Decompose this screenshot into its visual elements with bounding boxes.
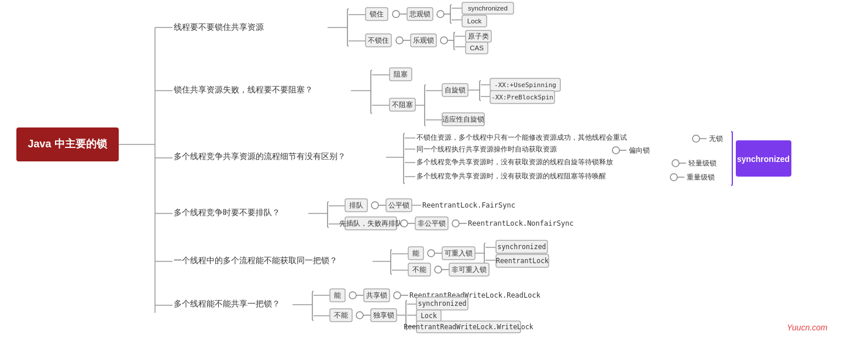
t2-shixing-text: 适应性自旋锁 [442, 115, 484, 123]
t4-brace [328, 202, 329, 227]
t4-gongping-box [386, 199, 412, 212]
t6-dxs-text: 独享锁 [373, 311, 394, 319]
t5-neng-text: 能 [412, 249, 419, 257]
t1-suoka-box [366, 8, 388, 20]
t6-gxs-box [364, 289, 390, 302]
t6-dxs-circle [356, 312, 363, 319]
t1-cas-text: CAS [470, 44, 484, 51]
t1-beiguan-box [407, 8, 433, 20]
t1-brace3 [454, 32, 455, 50]
t5-kez-text: 可重入锁 [445, 249, 473, 257]
t2-xxpre-box [490, 91, 554, 104]
t4-gongping-circle [371, 202, 378, 209]
right-brace [731, 132, 732, 185]
central-node-bg [16, 127, 119, 161]
t1-connector2-circle [437, 11, 444, 18]
t6-gxs-circle [349, 292, 356, 299]
t4-paidui-text: 排队 [349, 201, 363, 209]
t2-xxpre-text: -XX:PreBlockSpin [491, 94, 553, 101]
t1-lock-text: Lock [467, 18, 482, 25]
t2-xxuse-text: -XX:+UseSpinning [494, 81, 556, 89]
t2-zixuan-sub-brace [480, 81, 481, 101]
t4-feigp-box [415, 217, 448, 230]
t6-writelock-box [416, 321, 521, 333]
t3-row3-desc: 多个线程竞争共享资源时，没有获取资源的线程自旋等待锁释放 [416, 158, 613, 166]
t5-buneng-text: 不能 [412, 265, 426, 274]
t1-busuoja-text: 不锁住 [368, 36, 389, 44]
t2-brace [371, 70, 372, 113]
t3-r1-circle [693, 135, 700, 142]
t1-sync-box [462, 2, 514, 14]
t6-sync3-text: synchronized [418, 299, 466, 308]
mind-map: Java 中主要的锁 线程要不要锁住共享资源 锁住 悲观锁 [0, 0, 868, 338]
t1-brace [347, 9, 349, 46]
t3-r3-circle [672, 160, 679, 167]
topic5-label: 一个线程中的多个流程能不能获取同一把锁？ [174, 256, 337, 265]
t6-sub-brace [406, 301, 407, 330]
t1-lock-box [462, 15, 487, 27]
t2-buzusai-box [390, 98, 415, 111]
t5-reentrant-box [496, 254, 549, 267]
t6-neng-box [330, 289, 345, 302]
t2-shixing-box [442, 113, 484, 126]
t2-zusai-text: 阻塞 [394, 70, 408, 78]
t2-sub-brace [425, 85, 426, 126]
t3-brace [404, 133, 405, 184]
t2-xxuse-box [490, 78, 560, 91]
t6-readlock-text: ReentrantReadWriteLock.ReadLock [409, 291, 541, 299]
connector-lines: Java 中主要的锁 线程要不要锁住共享资源 锁住 悲观锁 [0, 0, 868, 338]
t4-feigp-circle [401, 220, 408, 227]
t4-feigp-text: 非公平锁 [418, 219, 446, 227]
t5-fekez-circle [435, 266, 442, 273]
t3-row4-desc: 多个线程竞争共享资源时，没有获取资源的线程阻塞等待唤醒 [416, 172, 606, 180]
t6-brace [312, 291, 314, 320]
t1-yuanzilei-box [466, 30, 491, 42]
central-node-label: Java 中主要的锁 [27, 137, 107, 150]
t4-xian-box [345, 217, 397, 230]
t3-r4-label: 重量级锁 [687, 173, 715, 181]
t1-cas-box [466, 42, 488, 54]
topic4-label: 多个线程竞争时要不要排队？ [174, 208, 280, 217]
t1-connector3-circle [396, 37, 403, 44]
t4-nonfairsync-text: ReentrantLock.NonfairSync [468, 219, 574, 227]
topic6-label: 多个线程能不能共享一把锁？ [174, 299, 280, 308]
t3-r2-circle [612, 147, 619, 154]
t5-fekez-box [449, 263, 489, 276]
t4-xian-text: 先插队，失败再排队 [339, 219, 402, 227]
t3-row1-desc: 不锁住资源，多个线程中只有一个能修改资源成功，其他线程会重试 [416, 133, 627, 142]
t2-zixuan-text: 自旋锁 [445, 86, 466, 94]
topic2-label: 锁住共享资源失败，线程要不要阻塞？ [173, 85, 313, 94]
watermark-text: Yuucn.com [787, 323, 828, 332]
t2-zixuan-box [442, 84, 468, 96]
t1-busuoja-box [366, 34, 391, 47]
t3-r1-label: 无锁 [709, 134, 723, 143]
t6-buneng-text: 不能 [334, 311, 348, 319]
t5-kez-circle [428, 250, 435, 257]
t1-sync-text: synchronized [468, 5, 508, 12]
t4-fairsync-text: ReentrantLock.FairSync [422, 201, 515, 209]
t5-sync2-text: synchronized [497, 243, 546, 251]
t5-neng-box [408, 247, 423, 260]
t6-gxs-text: 共享锁 [366, 291, 387, 299]
t4-feigp2-circle [452, 220, 459, 227]
t5-buneng-box [408, 263, 430, 276]
topic1-label: 线程要不要锁住共享资源 [174, 22, 264, 32]
t6-buneng-box [330, 309, 352, 322]
t6-lock2-text: Lock [421, 312, 437, 320]
t1-leguan-text: 乐观锁 [413, 36, 434, 44]
t4-paidui-box [345, 199, 367, 212]
t1-connector1-circle [392, 11, 399, 18]
t5-sync2-box [496, 240, 547, 253]
t1-beiguan-text: 悲观锁 [409, 10, 430, 18]
t6-writelock-text: ReentrantReadWriteLock.WriteLock [404, 323, 533, 331]
t6-sync3-box [416, 297, 468, 310]
t5-brace [391, 250, 392, 274]
t5-fekez-text: 非可重入锁 [452, 265, 487, 274]
topic3-label: 多个线程竞争共享资源的流程细节有没有区别？ [174, 151, 346, 161]
t2-buzusai-text: 不阻塞 [392, 101, 413, 109]
t5-kez-box [442, 247, 475, 260]
t6-dxs-box [371, 309, 397, 322]
t1-yuanzilei-text: 原子类 [468, 33, 489, 40]
t1-brace2 [450, 5, 452, 23]
sync-right-box [736, 140, 791, 177]
